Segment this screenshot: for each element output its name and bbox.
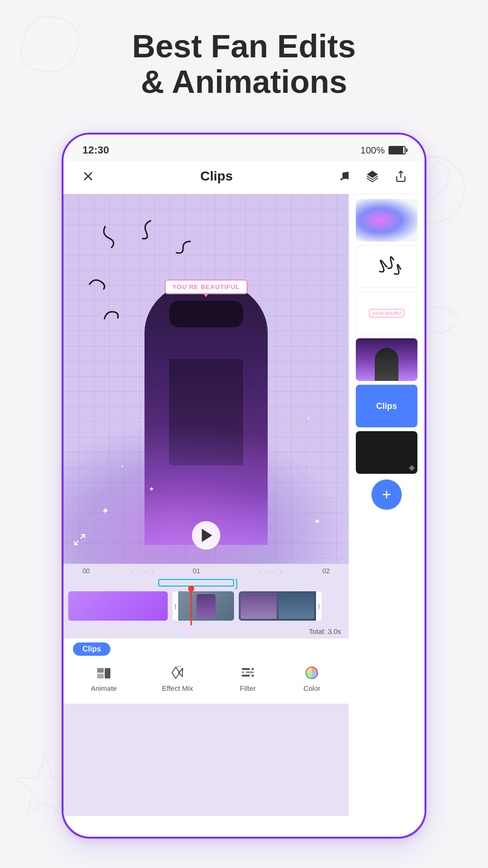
thumbnail-clips-active[interactable]: Clips (356, 385, 417, 427)
share-button[interactable] (391, 167, 410, 186)
total-time: Total: 3.0s (63, 625, 349, 638)
speech-bubble-text: YOU'RE BEAUTIFUL (172, 283, 240, 290)
svg-rect-9 (105, 668, 110, 678)
thumbnail-dark[interactable]: ◈ (356, 431, 417, 474)
thumbnail-galaxy[interactable] (356, 199, 417, 242)
play-button[interactable] (192, 521, 220, 550)
ruler-label-00: 00 (82, 567, 90, 575)
music-button[interactable] (334, 167, 353, 186)
filter-label: Filter (240, 684, 255, 692)
clip-thumb-1 (178, 591, 234, 621)
layers-button[interactable] (363, 167, 382, 186)
ruler-label-01: 01 (193, 567, 200, 575)
fullscreen-button[interactable] (73, 533, 86, 550)
effect-mix-icon (168, 663, 187, 682)
thumbnail-person[interactable] (356, 338, 417, 381)
animate-icon (94, 663, 113, 682)
trim-bracket-area: ] (68, 578, 344, 588)
clip-handle-right-2[interactable]: | (316, 591, 322, 621)
svg-rect-16 (250, 674, 252, 678)
speech-bubble: YOU'RE BEAUTIFUL (165, 280, 248, 294)
active-tab-bar: Clips (63, 639, 349, 658)
phone-frame: 12:30 100% Clips (62, 133, 426, 839)
ruler-label-02: 02 (322, 567, 330, 575)
nav-icons (334, 167, 410, 186)
tab-animate[interactable]: Animate (86, 661, 122, 694)
playhead-head (188, 586, 194, 592)
clips-thumb-label: Clips (376, 401, 397, 411)
clip-segment-2[interactable]: | (239, 591, 322, 621)
thumbnail-text-bubble[interactable]: you're beautiful (356, 292, 417, 335)
status-bar: 12:30 100% (63, 135, 425, 161)
sparkle-3: ✦ (314, 517, 320, 526)
bottom-tabs: Animate Effect Mix (63, 658, 349, 704)
tab-effect-mix[interactable]: Effect Mix (157, 661, 198, 694)
timeline-track: | | (68, 588, 344, 625)
bottom-container: Clips Animate (63, 638, 349, 704)
trim-bracket[interactable]: ] (158, 579, 234, 587)
headline-section: Best Fan Edits & Animations (0, 28, 488, 99)
clip-segment-1[interactable]: | (172, 591, 234, 621)
battery-icon (389, 146, 406, 154)
clip-handle-left-1[interactable]: | (172, 591, 178, 621)
animate-label: Animate (91, 684, 117, 692)
svg-point-10 (181, 668, 183, 670)
status-right: 100% (361, 145, 406, 156)
timeline-ruler: 00 • • • • 01 • • • • 02 (63, 564, 349, 578)
effect-mix-label: Effect Mix (162, 684, 193, 692)
battery-fill (389, 147, 403, 154)
headline-line1: Best Fan Edits (132, 28, 356, 64)
color-label: Color (303, 684, 320, 692)
video-area: YOU'RE BEAUTIFUL ✦ ✦ ✦ (63, 194, 349, 816)
video-canvas: YOU'RE BEAUTIFUL ✦ ✦ ✦ (63, 194, 349, 564)
svg-line-5 (81, 535, 84, 539)
svg-rect-7 (97, 668, 104, 673)
thumbnails-sidebar: you're beautiful Clips ◈ + (349, 194, 425, 816)
tab-filter[interactable]: Filter (234, 661, 262, 694)
status-time: 12:30 (82, 144, 109, 156)
clip-thumb-2 (239, 591, 316, 621)
svg-rect-13 (242, 671, 254, 673)
svg-rect-12 (242, 675, 254, 677)
battery-percentage: 100% (361, 145, 385, 156)
top-navigation: Clips (63, 161, 425, 194)
sparkle-1: ✦ (101, 505, 109, 516)
clip-purple[interactable] (68, 591, 168, 621)
sparkle-5: ✦ (306, 415, 311, 422)
svg-rect-11 (242, 668, 254, 670)
nav-title: Clips (99, 169, 334, 184)
squiggle-4 (87, 275, 108, 293)
filter-icon (238, 663, 257, 682)
color-icon (302, 663, 321, 682)
play-icon (202, 529, 212, 542)
sparkle-4: ✦ (120, 464, 124, 469)
playhead (190, 588, 192, 625)
svg-line-6 (75, 541, 79, 544)
svg-rect-15 (244, 670, 246, 674)
svg-rect-14 (250, 667, 252, 671)
tab-color[interactable]: Color (298, 661, 326, 694)
headline-line2: & Animations (141, 63, 347, 99)
close-button[interactable] (78, 166, 99, 187)
thumbnail-squiggles[interactable] (356, 245, 417, 288)
main-content: YOU'RE BEAUTIFUL ✦ ✦ ✦ (63, 194, 425, 816)
active-tab-pill: Clips (73, 642, 110, 656)
add-clip-button[interactable]: + (371, 479, 402, 510)
svg-rect-8 (97, 674, 104, 678)
add-icon: + (382, 486, 391, 502)
sparkle-2: ✦ (149, 485, 154, 493)
